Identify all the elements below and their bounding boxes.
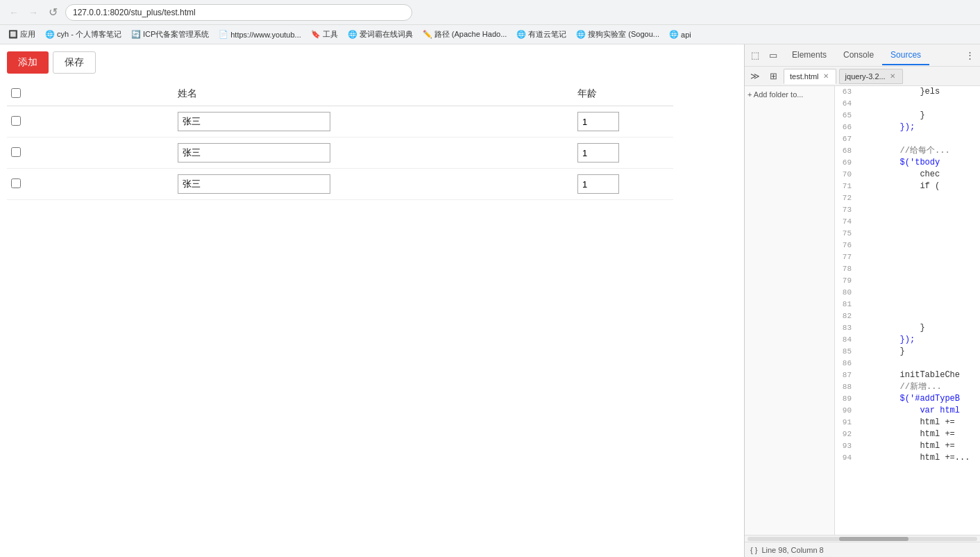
youdao-icon: 🌐 [516, 30, 526, 39]
name-input-1[interactable] [178, 143, 330, 163]
forward-button[interactable]: → [26, 6, 40, 19]
line-content: }); [857, 122, 980, 133]
code-line: 85 } [835, 346, 980, 358]
bookmark-aidic-label: 爱词霸在线词典 [360, 29, 413, 40]
tab-elements[interactable]: Elements [784, 46, 835, 65]
devtools-layout-btn[interactable]: ⊞ [766, 69, 781, 84]
age-input-0[interactable] [577, 112, 619, 131]
line-number: 76 [835, 240, 857, 251]
line-number: 87 [835, 369, 857, 381]
code-line: 90 var html [835, 405, 980, 417]
main-layout: 添加 保存 姓名 年龄 [0, 44, 980, 557]
bookmark-icp[interactable]: 🔄 ICP代备案管理系统 [128, 28, 212, 41]
line-number: 66 [835, 122, 857, 133]
code-line: 69 $('tbody [835, 157, 980, 169]
bookmark-sogou[interactable]: 🌐 搜狗实验室 (Sogou... [573, 28, 662, 41]
line-number: 90 [835, 405, 857, 417]
table-header-row: 姓名 年龄 [7, 82, 673, 106]
address-bar[interactable] [65, 4, 412, 21]
devtools-hscroll[interactable] [745, 535, 980, 542]
code-line: 84 }); [835, 334, 980, 346]
sogou-icon: 🌐 [576, 30, 586, 39]
header-age: 年龄 [573, 82, 673, 106]
devtools-more-btn[interactable]: ⋮ [962, 48, 977, 63]
table-row [7, 138, 673, 169]
row-age-cell [573, 106, 673, 138]
devtools-device-btn[interactable]: ▭ [766, 48, 781, 63]
file-tab-test-html[interactable]: test.html ✕ [784, 69, 836, 84]
line-number: 69 [835, 157, 857, 169]
page-area: 添加 保存 姓名 年龄 [0, 44, 744, 557]
bookmark-cyh[interactable]: 🌐 cyh - 个人博客笔记 [42, 28, 124, 41]
row-name-cell [174, 106, 573, 138]
code-line: 75 [835, 228, 980, 240]
bookmark-apps[interactable]: 🔲 应用 [6, 28, 38, 41]
line-number: 92 [835, 429, 857, 440]
bookmark-path[interactable]: ✏️ 路径 (Apache Hado... [420, 28, 510, 41]
line-number: 73 [835, 204, 857, 216]
age-input-2[interactable] [577, 174, 619, 194]
bookmark-api-label: api [681, 31, 691, 39]
file-tab-test-html-close[interactable]: ✕ [822, 72, 830, 81]
line-number: 79 [835, 275, 857, 287]
code-line: 82 [835, 310, 980, 322]
bookmark-youtube[interactable]: 📄 https://www.youtub... [216, 28, 304, 40]
tab-sources[interactable]: Sources [882, 46, 929, 65]
devtools-statusbar: { } Line 98, Column 8 [745, 542, 980, 557]
select-all-checkbox[interactable] [11, 88, 21, 98]
status-braces-icon[interactable]: { } [750, 546, 757, 554]
code-line: 74 [835, 216, 980, 228]
row-checkbox-0[interactable] [11, 116, 21, 126]
file-tab-jquery-close[interactable]: ✕ [888, 72, 897, 81]
back-button[interactable]: ← [7, 6, 21, 19]
row-checkbox-1[interactable] [11, 147, 21, 157]
bookmark-youdao-label: 有道云笔记 [528, 29, 566, 40]
bookmark-api[interactable]: 🌐 api [666, 28, 694, 40]
line-number: 74 [835, 216, 857, 228]
line-number: 67 [835, 133, 857, 145]
code-line: 94 html +=... [835, 452, 980, 464]
bookmark-youdao[interactable]: 🌐 有道云笔记 [514, 28, 569, 41]
line-number: 78 [835, 263, 857, 275]
path-icon: ✏️ [423, 30, 432, 39]
line-content: } [857, 110, 980, 122]
line-content: $('#addTypeB [857, 393, 980, 405]
devtools-expand-btn[interactable]: ≫ [747, 69, 763, 84]
tab-console[interactable]: Console [835, 46, 882, 65]
bookmark-aidic[interactable]: 🌐 爱词霸在线词典 [345, 28, 416, 41]
code-area[interactable]: + Add folder to... 63 }els6465 }66 });67… [745, 86, 980, 535]
line-number: 86 [835, 358, 857, 369]
file-tab-jquery[interactable]: jquery-3.2... ✕ [839, 69, 903, 84]
youtube-icon: 📄 [219, 30, 228, 39]
line-number: 72 [835, 192, 857, 204]
table-body [7, 106, 673, 200]
bookmark-path-label: 路径 (Apache Hado... [434, 29, 507, 40]
name-input-2[interactable] [178, 174, 330, 194]
line-number: 64 [835, 98, 857, 110]
code-line: 87 initTableChe [835, 369, 980, 381]
reload-button[interactable]: ↺ [46, 6, 60, 19]
add-folder-bar[interactable]: + Add folder to... [745, 86, 835, 535]
name-input-0[interactable] [178, 112, 330, 131]
code-editor[interactable]: 63 }els6465 }66 });6768 //给每个...69 $('tb… [835, 86, 980, 535]
line-content: initTableChe [857, 369, 980, 381]
code-line: 83 } [835, 322, 980, 334]
tools-icon: 🔖 [311, 30, 321, 39]
table-header: 姓名 年龄 [7, 82, 673, 106]
bookmark-icp-label: ICP代备案管理系统 [143, 29, 209, 40]
age-input-1[interactable] [577, 143, 619, 163]
line-number: 77 [835, 251, 857, 263]
line-number: 80 [835, 287, 857, 299]
devtools-inspect-btn[interactable]: ⬚ [747, 48, 763, 63]
hscroll-track [747, 537, 977, 541]
row-age-cell [573, 138, 673, 169]
line-number: 88 [835, 381, 857, 393]
devtools-topbar: ⬚ ▭ Elements Console Sources ⋮ [745, 44, 980, 67]
save-button[interactable]: 保存 [53, 51, 96, 74]
line-content: html += [857, 429, 980, 440]
bookmark-tools[interactable]: 🔖 工具 [308, 28, 341, 41]
row-checkbox-2[interactable] [11, 178, 21, 188]
code-line: 88 //新增... [835, 381, 980, 393]
add-button[interactable]: 添加 [7, 51, 49, 74]
line-content: $('tbody [857, 157, 980, 169]
